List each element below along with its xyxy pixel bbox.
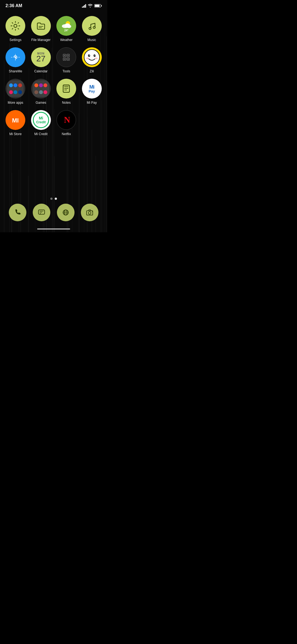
dock-browser[interactable] — [57, 204, 75, 221]
zili-label: Zili — [90, 69, 94, 73]
phone-icon — [9, 204, 26, 221]
app-zili[interactable]: Zili — [79, 45, 105, 76]
app-notes[interactable]: Notes — [54, 76, 79, 107]
page-indicators — [0, 198, 107, 200]
notes-label: Notes — [62, 101, 71, 105]
svg-point-13 — [68, 55, 69, 56]
messages-icon — [33, 204, 50, 221]
micredit-icon: Mi Credit — [31, 110, 51, 130]
status-icons — [82, 4, 102, 8]
page-dot-2[interactable] — [55, 198, 57, 200]
svg-text:MI: MI — [12, 117, 19, 124]
app-micredit[interactable]: Mi Credit Mi Credit — [28, 107, 54, 139]
browser-icon — [57, 204, 75, 221]
dock-phone[interactable] — [9, 204, 26, 221]
app-filemanager[interactable]: File Manager — [28, 13, 54, 45]
signal-icon — [82, 4, 86, 8]
netflix-label: Netflix — [62, 132, 71, 136]
weather-temp: 24° — [64, 29, 68, 32]
app-mistore[interactable]: MI Mi Store — [3, 107, 28, 139]
weather-icon: 24° — [56, 16, 76, 36]
games-folder — [33, 80, 49, 97]
filemanager-icon — [31, 16, 51, 36]
app-shareme[interactable]: ShareMe — [3, 45, 28, 76]
svg-point-20 — [89, 55, 90, 56]
svg-point-22 — [86, 58, 89, 59]
svg-point-17 — [84, 50, 100, 65]
games-label: Games — [35, 101, 46, 105]
svg-point-19 — [94, 54, 96, 57]
music-label: Music — [87, 38, 96, 42]
app-calendar[interactable]: Mon 27 Calendar — [28, 45, 54, 76]
wifi-icon — [88, 4, 93, 8]
folder-grid — [7, 80, 24, 97]
svg-point-12 — [64, 55, 65, 56]
svg-point-0 — [14, 24, 17, 27]
svg-point-7 — [15, 56, 16, 58]
svg-point-18 — [88, 54, 90, 57]
svg-text:N: N — [64, 115, 70, 125]
notes-icon — [56, 79, 76, 99]
shareme-icon — [6, 47, 25, 67]
mipay-icon: Mi Pay — [82, 79, 102, 99]
calendar-icon: Mon 27 — [31, 47, 51, 67]
tools-label: Tools — [62, 69, 70, 73]
camera-icon — [81, 204, 98, 221]
status-time: 2:36 AM — [6, 3, 22, 8]
moreapps-icon — [6, 79, 25, 99]
svg-point-14 — [64, 59, 65, 60]
mipay-label: Mi Pay — [87, 101, 97, 105]
svg-text:Credit: Credit — [36, 120, 46, 124]
page-dot-1[interactable] — [50, 198, 53, 200]
svg-point-36 — [88, 212, 91, 214]
svg-rect-25 — [63, 85, 70, 87]
moreapps-label: More apps — [8, 101, 23, 105]
app-grid: Settings File Manager 24° Weather — [0, 10, 107, 139]
tools-icon — [56, 47, 76, 67]
home-bar — [37, 228, 70, 230]
svg-point-6 — [93, 26, 95, 29]
shareme-label: ShareMe — [9, 69, 22, 73]
svg-point-37 — [92, 211, 93, 212]
app-weather[interactable]: 24° Weather — [54, 13, 79, 45]
svg-point-23 — [95, 58, 98, 59]
app-settings[interactable]: Settings — [3, 13, 28, 45]
weather-label: Weather — [60, 38, 73, 42]
svg-point-5 — [89, 28, 91, 30]
svg-point-15 — [68, 59, 69, 60]
games-icon — [31, 79, 51, 99]
svg-text:Mi: Mi — [39, 116, 43, 120]
app-mipay[interactable]: Mi Pay Mi Pay — [79, 76, 105, 107]
zili-icon — [82, 47, 102, 67]
micredit-label: Mi Credit — [34, 132, 48, 136]
filemanager-label: File Manager — [31, 38, 51, 42]
svg-point-4 — [67, 25, 71, 28]
settings-icon — [6, 16, 25, 36]
dock — [0, 204, 107, 221]
app-netflix[interactable]: N Netflix — [54, 107, 79, 139]
netflix-icon: N — [56, 110, 76, 130]
dock-camera[interactable] — [81, 204, 98, 221]
calendar-label: Calendar — [34, 69, 48, 73]
mipay-logo: Mi Pay — [89, 84, 95, 93]
svg-point-21 — [95, 55, 95, 56]
status-bar: 2:36 AM — [0, 0, 107, 10]
app-tools[interactable]: Tools — [54, 45, 79, 76]
dock-messages[interactable] — [33, 204, 50, 221]
calendar-day: 27 — [36, 54, 45, 63]
app-games[interactable]: Games — [28, 76, 54, 107]
app-moreapps[interactable]: More apps — [3, 76, 28, 107]
music-icon — [82, 16, 102, 36]
settings-label: Settings — [10, 38, 21, 42]
battery-icon — [94, 4, 102, 7]
mistore-label: Mi Store — [9, 132, 22, 136]
app-music[interactable]: Music — [79, 13, 105, 45]
mistore-icon: MI — [6, 110, 25, 130]
